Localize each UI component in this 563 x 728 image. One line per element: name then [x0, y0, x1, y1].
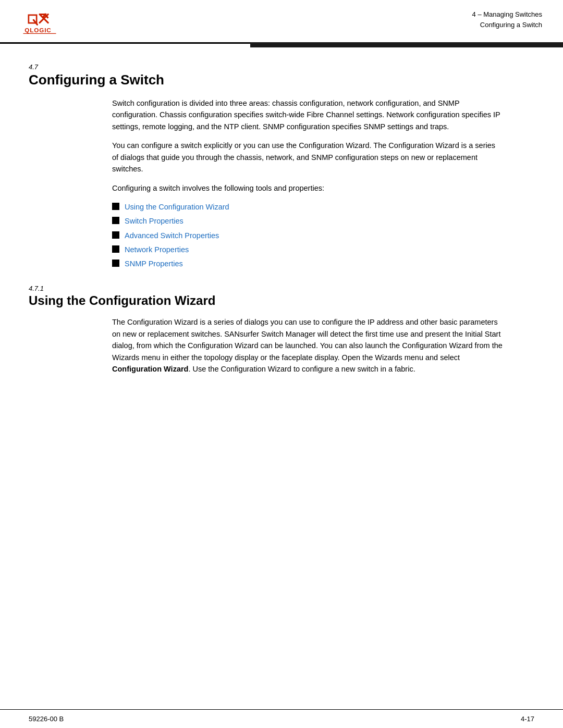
bullet-icon — [112, 231, 119, 239]
link-switch-properties[interactable]: Switch Properties — [125, 215, 183, 227]
section-47-title: Configuring a Switch — [29, 72, 534, 88]
section-title: Configuring a Switch — [472, 20, 542, 30]
section-47-para2: You can configure a switch explicitly or… — [112, 140, 503, 175]
header-text: 4 – Managing Switches Configuring a Swit… — [472, 9, 542, 30]
section-471-para1: The Configuration Wizard is a series of … — [112, 316, 503, 375]
section-471-title: Using the Configuration Wizard — [29, 293, 534, 308]
logo: QLOGIC — [21, 9, 68, 38]
para1-part1: The Configuration Wizard is a series of … — [112, 318, 503, 361]
bullet-icon — [112, 217, 119, 224]
link-snmp-properties[interactable]: SNMP Properties — [125, 258, 183, 270]
para1-part2: . Use the Configuration Wizard to config… — [188, 365, 415, 373]
header-accent-bar — [250, 42, 563, 47]
bullet-icon — [112, 245, 119, 253]
footer-right: 4-17 — [521, 715, 534, 723]
page-footer: 59226-00 B 4-17 — [0, 709, 563, 728]
section-47-para1: Switch configuration is divided into thr… — [112, 97, 503, 132]
list-item: SNMP Properties — [112, 258, 503, 270]
svg-text:QLOGIC: QLOGIC — [25, 27, 52, 33]
list-item: Switch Properties — [112, 215, 503, 227]
para1-bold: Configuration Wizard — [112, 365, 188, 373]
main-content: 4.7 Configuring a Switch Switch configur… — [0, 47, 563, 403]
section-471-number: 4.7.1 — [29, 285, 534, 292]
bullet-icon — [112, 203, 119, 210]
page-header: QLOGIC 4 – Managing Switches Configuring… — [0, 0, 563, 44]
list-item: Using the Configuration Wizard — [112, 201, 503, 213]
chapter-title: 4 – Managing Switches — [472, 9, 542, 20]
footer-left: 59226-00 B — [29, 715, 64, 723]
section-471: 4.7.1 Using the Configuration Wizard The… — [29, 285, 534, 375]
link-config-wizard[interactable]: Using the Configuration Wizard — [125, 201, 229, 213]
list-item: Network Properties — [112, 244, 503, 256]
bullet-icon — [112, 260, 119, 267]
link-advanced-switch-properties[interactable]: Advanced Switch Properties — [125, 230, 219, 242]
tools-list: Using the Configuration Wizard Switch Pr… — [112, 201, 503, 270]
qlogic-logo: QLOGIC — [21, 9, 68, 38]
section-47-number: 4.7 — [29, 63, 534, 71]
list-item: Advanced Switch Properties — [112, 230, 503, 242]
section-47-intro: Configuring a switch involves the follow… — [112, 182, 503, 194]
section-47: 4.7 Configuring a Switch Switch configur… — [29, 63, 534, 270]
link-network-properties[interactable]: Network Properties — [125, 244, 189, 256]
